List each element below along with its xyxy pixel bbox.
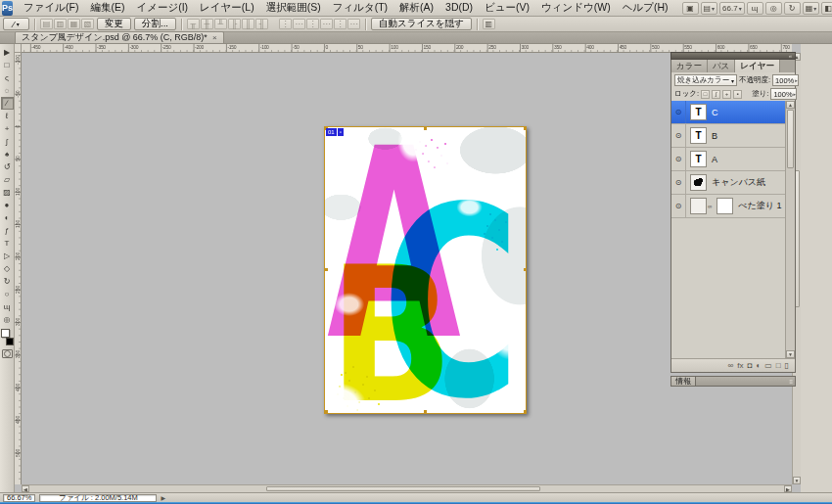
- quick-mask-button[interactable]: [2, 349, 13, 358]
- slice-handle[interactable]: [424, 127, 427, 130]
- blur-tool[interactable]: ●: [1, 199, 14, 211]
- add-layer-mask-icon[interactable]: ◘: [748, 362, 753, 370]
- canvas[interactable]: ABC 01 ▫: [324, 126, 527, 414]
- lock-image-pixels-icon[interactable]: ʃ: [712, 90, 720, 99]
- launch-bridge-icon[interactable]: ▣: [682, 2, 699, 15]
- menu-item-4[interactable]: 選択範囲(S): [260, 0, 327, 16]
- pen-tool[interactable]: ƒ: [1, 224, 14, 237]
- eyedropper-tool[interactable]: ℓ: [1, 110, 14, 122]
- image-layer-thumbnail[interactable]: [690, 174, 707, 191]
- scroll-down-icon[interactable]: ▼: [793, 477, 801, 484]
- bring-to-front-icon[interactable]: ▤: [40, 19, 53, 29]
- layers-scroll-thumb[interactable]: [787, 110, 794, 168]
- 3d-orbit-tool[interactable]: ○: [1, 288, 14, 300]
- menu-item-3[interactable]: レイヤー(L): [194, 0, 260, 16]
- lasso-tool[interactable]: ς: [1, 71, 14, 84]
- menu-item-2[interactable]: イメージ(I): [130, 0, 194, 16]
- hand-tool-icon[interactable]: ɰ: [747, 2, 763, 15]
- opacity-field[interactable]: 100% ▸: [772, 74, 799, 86]
- gradient-tool[interactable]: ▨: [1, 186, 14, 199]
- dodge-tool[interactable]: ◐: [1, 211, 14, 224]
- layer-row-1[interactable]: ⊙TB: [671, 124, 785, 148]
- shape-tool[interactable]: ◇: [1, 262, 14, 275]
- layer-visibility-icon[interactable]: ⊙: [671, 148, 686, 170]
- text-layer-thumbnail[interactable]: T: [690, 104, 707, 120]
- text-layer-thumbnail[interactable]: T: [690, 127, 707, 144]
- marquee-tool[interactable]: □: [1, 59, 14, 71]
- slice-select-tool[interactable]: ∕: [1, 97, 14, 110]
- hand-tool[interactable]: ɰ: [1, 300, 14, 313]
- layer-visibility-icon[interactable]: ⊙: [671, 101, 686, 123]
- hide-auto-slices-button[interactable]: 自動スライスを隠す: [371, 18, 472, 30]
- menu-item-5[interactable]: フィルタ(T): [327, 0, 393, 16]
- collapse-dock-icon[interactable]: «: [789, 53, 792, 59]
- lock-all-icon[interactable]: ▪: [733, 90, 742, 99]
- horizontal-scrollbar[interactable]: ◀ ▶: [22, 484, 792, 492]
- slice-handle[interactable]: [524, 127, 527, 130]
- scroll-right-icon[interactable]: ▶: [784, 485, 792, 492]
- options-panel-toggle-icon[interactable]: ▥: [483, 19, 495, 29]
- align-vcenter-icon[interactable]: ╫: [201, 19, 213, 29]
- path-selection-tool[interactable]: ▷: [1, 250, 14, 262]
- menu-item-1[interactable]: 編集(E): [84, 0, 130, 16]
- color-swatches[interactable]: [1, 329, 14, 345]
- adjustment-layer-icon[interactable]: ◐: [756, 362, 761, 370]
- menu-item-8[interactable]: ビュー(V): [479, 0, 535, 16]
- layer-visibility-icon[interactable]: ⊙: [671, 124, 686, 147]
- menu-item-10[interactable]: ヘルプ(H): [617, 0, 674, 16]
- distribute-bottom-icon[interactable]: ⋮: [306, 19, 319, 29]
- vertical-ruler[interactable]: -100-50050100150200250300350400450500: [15, 53, 22, 484]
- align-top-icon[interactable]: ╥: [187, 19, 200, 29]
- status-options-icon[interactable]: ▶: [161, 494, 165, 501]
- distribute-top-icon[interactable]: ⋮: [279, 19, 292, 29]
- type-tool[interactable]: T: [1, 237, 14, 250]
- view-extras-icon[interactable]: ▤▾: [701, 2, 718, 15]
- layer-mask-thumbnail[interactable]: [716, 198, 733, 214]
- bring-forward-icon[interactable]: ▥: [54, 19, 67, 29]
- info-panel-bar[interactable]: ≡: [696, 376, 796, 387]
- align-hcenter-icon[interactable]: ║: [242, 19, 254, 29]
- scroll-left-icon[interactable]: ◀: [22, 485, 29, 492]
- zoom-level-dropdown[interactable]: 66.7▾: [719, 2, 745, 15]
- distribute-vcenter-icon[interactable]: ⋯: [293, 19, 305, 29]
- foreground-color-swatch[interactable]: [1, 329, 10, 338]
- arrange-documents-icon[interactable]: ▦▾: [803, 2, 820, 15]
- panel-tab-0[interactable]: カラー: [671, 60, 708, 72]
- slice-handle[interactable]: [424, 410, 427, 413]
- layer-style-icon[interactable]: fx: [737, 362, 743, 370]
- clone-stamp-tool[interactable]: ♠: [1, 148, 14, 160]
- delete-layer-icon[interactable]: ▯: [785, 362, 789, 370]
- brush-tool[interactable]: ʃ: [1, 135, 14, 148]
- eraser-tool[interactable]: ▱: [1, 173, 14, 186]
- move-tool[interactable]: ▶: [1, 46, 14, 59]
- scroll-down-icon[interactable]: ▼: [786, 350, 795, 358]
- distribute-hcenter-icon[interactable]: ⋮: [334, 19, 347, 29]
- healing-brush-tool[interactable]: +: [1, 122, 14, 135]
- close-icon[interactable]: ×: [212, 33, 217, 42]
- zoom-level-field[interactable]: 66.67%: [3, 494, 35, 502]
- zoom-tool[interactable]: ◎: [1, 313, 14, 326]
- zoom-tool-icon[interactable]: ◎: [765, 2, 782, 15]
- 3d-rotate-tool[interactable]: ↻: [1, 275, 14, 288]
- layer-visibility-icon[interactable]: ⊙: [671, 171, 686, 194]
- layer-row-2[interactable]: ⊙TA: [671, 148, 785, 171]
- layer-row-3[interactable]: ⊙キャンバス紙: [671, 171, 785, 195]
- layer-visibility-icon[interactable]: ⊙: [671, 195, 686, 217]
- align-right-icon[interactable]: ╢: [255, 19, 268, 29]
- align-bottom-icon[interactable]: ╨: [214, 19, 227, 29]
- blend-mode-dropdown[interactable]: 焼き込みカラー ▾: [674, 74, 737, 86]
- send-to-back-icon[interactable]: ▧: [81, 19, 94, 29]
- panel-menu-icon[interactable]: ≡: [789, 379, 793, 385]
- align-left-icon[interactable]: ╟: [228, 19, 241, 29]
- scroll-up-icon[interactable]: ▲: [786, 101, 795, 109]
- tool-preset-picker[interactable]: ⁄ ▾: [3, 18, 29, 30]
- document-tab[interactable]: スタンプ風デザイン.psd @ 66.7% (C, RGB/8)* ×: [15, 31, 224, 43]
- history-brush-tool[interactable]: ↺: [1, 160, 14, 173]
- rotate-view-icon[interactable]: ↻: [784, 2, 801, 15]
- slice-handle[interactable]: [325, 268, 328, 271]
- new-group-icon[interactable]: ▭: [764, 362, 772, 370]
- promote-slice-button[interactable]: 変更: [97, 18, 131, 30]
- layer-row-4[interactable]: ⊙∞べた塗り 1: [671, 195, 785, 218]
- fill-field[interactable]: 100% ▸: [770, 88, 797, 100]
- info-panel-tab[interactable]: 情報: [670, 376, 696, 387]
